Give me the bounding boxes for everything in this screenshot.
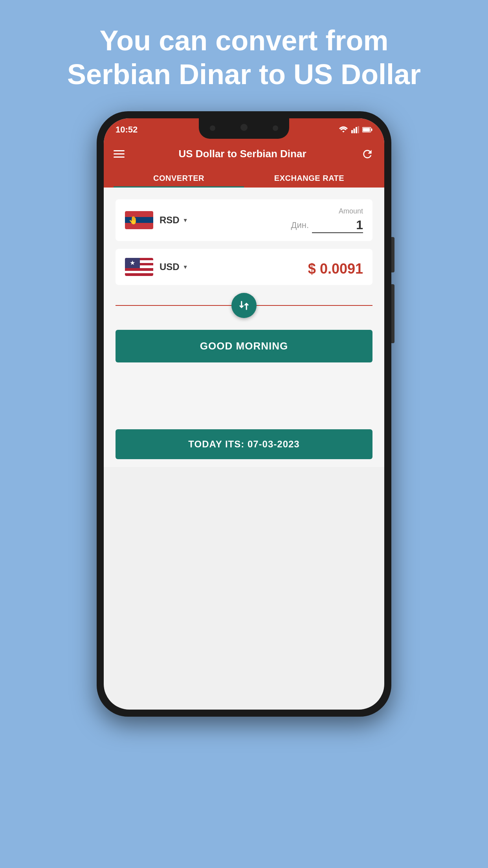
phone-wrapper: 10:52 [97,111,391,732]
header-title: US Dollar to Serbian Dinar [125,148,360,160]
tab-converter[interactable]: CONVERTER [114,168,244,188]
svg-rect-3 [358,126,360,133]
svg-rect-6 [371,129,372,131]
usd-canton: ★ [125,258,140,268]
refresh-button[interactable] [360,147,374,161]
swap-button[interactable] [231,293,257,318]
amount-field[interactable] [312,218,363,233]
headline-line1: You can convert from [100,25,389,56]
to-currency-code: USD [160,261,180,272]
notch-sensor-left [210,125,215,131]
phone-shell: 10:52 [97,111,391,717]
phone-notch [199,118,289,139]
from-currency-code: RSD [160,215,180,226]
amount-input-area: Amount Дин. [291,207,363,233]
app-header: US Dollar to Serbian Dinar CONVERTER EXC… [104,141,384,188]
battery-icon [362,127,372,133]
greeting-button[interactable]: GOOD MORNING [116,330,372,362]
tab-bar: CONVERTER EXCHANGE RATE [114,168,374,188]
date-button[interactable]: TODAY ITS: 07-03-2023 [116,429,372,459]
rsd-emblem: 🤚 [128,215,138,225]
svg-rect-0 [351,130,353,133]
signal-icon [351,126,359,133]
swap-icon [238,300,250,311]
svg-rect-2 [356,127,357,133]
status-time: 10:52 [116,125,138,135]
wifi-icon [339,126,348,133]
main-content: 🤚 RSD ▼ Amount Дин. [104,188,384,467]
notch-sensor-right [273,125,278,131]
rsd-flag: 🤚 [125,211,153,229]
side-button-top [391,237,394,272]
usd-flag: ★ [125,258,153,276]
side-button-mid [391,284,394,343]
refresh-icon [361,148,374,160]
header-top: US Dollar to Serbian Dinar [114,147,374,168]
to-currency-row: ★ USD ▼ $ 0.0091 [116,249,372,285]
headline: You can convert from Serbian Dinar to US… [36,0,452,107]
svg-rect-1 [354,129,355,133]
hamburger-button[interactable] [114,150,125,158]
status-icons [339,126,372,133]
headline-line2: Serbian Dinar to US Dollar [67,59,421,90]
notch-camera [240,124,248,131]
from-currency-dropdown[interactable]: ▼ [183,217,188,223]
from-currency-symbol: Дин. [291,220,309,230]
svg-rect-5 [363,128,370,131]
phone-screen: 10:52 [104,118,384,710]
divider-section [116,293,372,318]
from-currency-row: 🤚 RSD ▼ Amount Дин. [116,199,372,241]
to-currency-dropdown[interactable]: ▼ [183,264,188,270]
amount-label: Amount [339,207,363,215]
tab-exchange-rate[interactable]: EXCHANGE RATE [244,168,374,188]
converted-amount: $ 0.0091 [308,261,363,277]
